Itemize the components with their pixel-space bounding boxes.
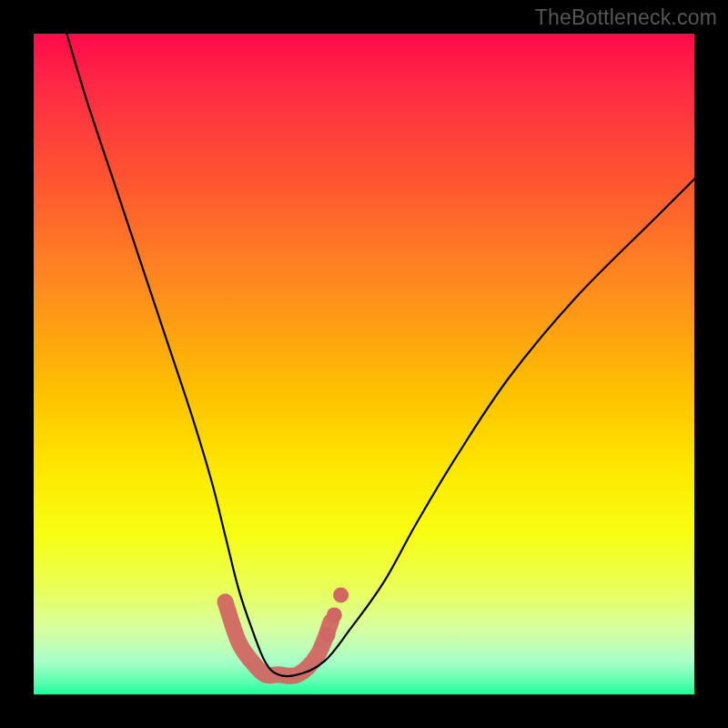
plot-area xyxy=(34,34,694,694)
chart-frame: TheBottleneck.com xyxy=(0,0,728,728)
watermark-text: TheBottleneck.com xyxy=(535,5,717,30)
bottleneck-curve xyxy=(66,34,694,676)
highlight-dot xyxy=(327,607,342,622)
highlight-dot xyxy=(333,588,349,603)
highlight-band xyxy=(226,602,331,676)
highlight-dots xyxy=(320,588,349,643)
highlight-dot xyxy=(320,627,336,642)
curve-svg xyxy=(34,34,694,694)
